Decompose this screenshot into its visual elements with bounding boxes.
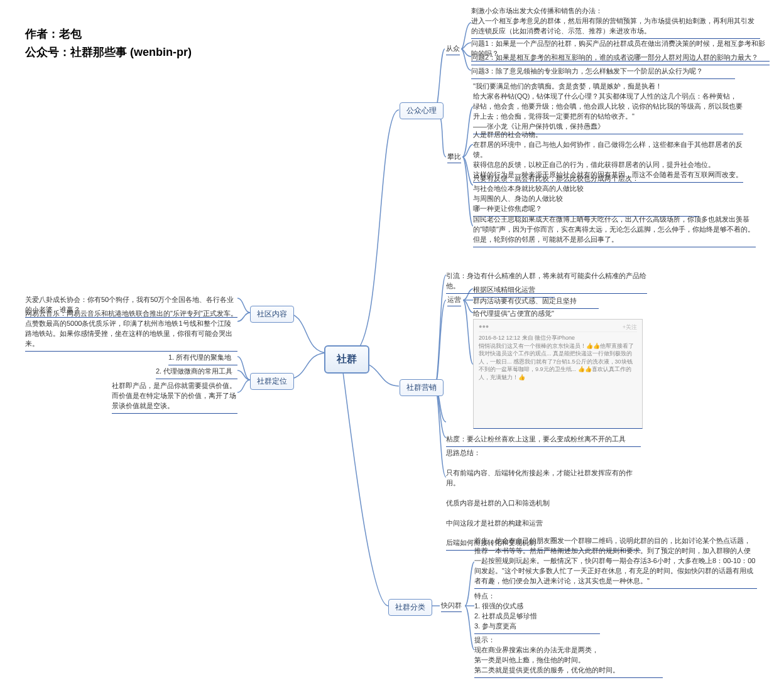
leaf-yy2: 群内活动要有仪式感、固定且坚持 — [473, 295, 599, 309]
branch-content[interactable]: 社区内容 — [250, 306, 294, 323]
leaf-pb-4: 国民老公王思聪如果成天在微博上晒每天吃什么，出入什么高级场所，你顶多也就发出羡慕… — [473, 213, 756, 247]
author-block: 作者：老包 公众号：社群那些事 (wenbin-pr) — [25, 25, 192, 62]
sublabel-kuaishan[interactable]: 快闪群 — [441, 601, 462, 612]
author-line1: 作者：老包 — [25, 25, 192, 43]
branch-psychology[interactable]: 公众心理 — [400, 102, 444, 119]
branch-positioning[interactable]: 社群定位 — [250, 373, 294, 390]
author-line2: 公众号：社群那些事 (wenbin-pr) — [25, 43, 192, 62]
sublabel-yunying[interactable]: 运营 — [447, 295, 461, 306]
screenshot-text: 2016-8-12 12:12 来自 微信分享iPhone 悄悄说我们这又有一个… — [479, 334, 637, 382]
leaf-pos-1: 1. 所有代理的聚集地 — [168, 352, 237, 365]
leaf-pos-3: 社群即产品，是产品你就需要提供价值。而价值是在特定场景下的价值，离开了场景谈价值… — [112, 380, 237, 414]
leaf-cz-q3: 问题3：除了意见领袖的专业影响力，怎么样触发下一个阶层的从众行为呢？ — [471, 65, 735, 79]
leaf-pb-1: "我们要满足他们的贪嗔痴。贪是贪婪，嗔是嫉妒，痴是执着！ 给大家各种钻(QQ)，… — [473, 80, 743, 134]
branch-marketing[interactable]: 社群营销 — [400, 379, 444, 396]
leaf-cz-intro: 刺激小众市场出发大众传播和销售的办法： 进入一个相互参考意见的群体，然后用有限的… — [471, 5, 760, 39]
leaf-cat-tedian: 特点： 1. 很强的仪式感 2. 社群成员足够珍惜 3. 参与度更高 — [474, 590, 600, 634]
branch-category[interactable]: 社群分类 — [388, 599, 432, 616]
root-node[interactable]: 社群 — [324, 345, 369, 374]
leaf-pos-2: 2. 代理做微商的常用工具 — [156, 365, 237, 379]
sublabel-panbi[interactable]: 攀比 — [447, 152, 461, 163]
leaf-pb-3: 只要有反馈，就会有比较，那么比较也分成两个层次： 与社会地位本身就比较高的人做比… — [473, 173, 699, 217]
leaf-cz-q2: 问题2：如果是相互参考的和相互影响的，谁的或者说哪一部分人群对周边人群的影响力最… — [471, 51, 770, 65]
screenshot-box: ●●● +关注 2016-8-12 12:12 来自 微信分享iPhone 悄悄… — [473, 319, 643, 429]
sublabel-congzhong[interactable]: 从众 — [446, 44, 460, 55]
leaf-niandu: 粘度：要么让粉丝喜欢上这里，要么变成粉丝离不开的工具 — [446, 433, 641, 447]
leaf-cat-intro: 首先，他会在自己的朋友圈发一个群聊二维码，说明此群的目的，比如讨论某个热点话题，… — [474, 535, 757, 589]
leaf-cat-tishi: 提示： 现在商业界搜索出来的办法无非是两类， 第一类是叫他上瘾，拖住他的时间。 … — [474, 634, 663, 678]
leaf-content-2: 网易云音乐：网易云音乐和杭港地铁联合推出的"乐评专列"正式发车。点赞数最高的50… — [25, 308, 237, 352]
